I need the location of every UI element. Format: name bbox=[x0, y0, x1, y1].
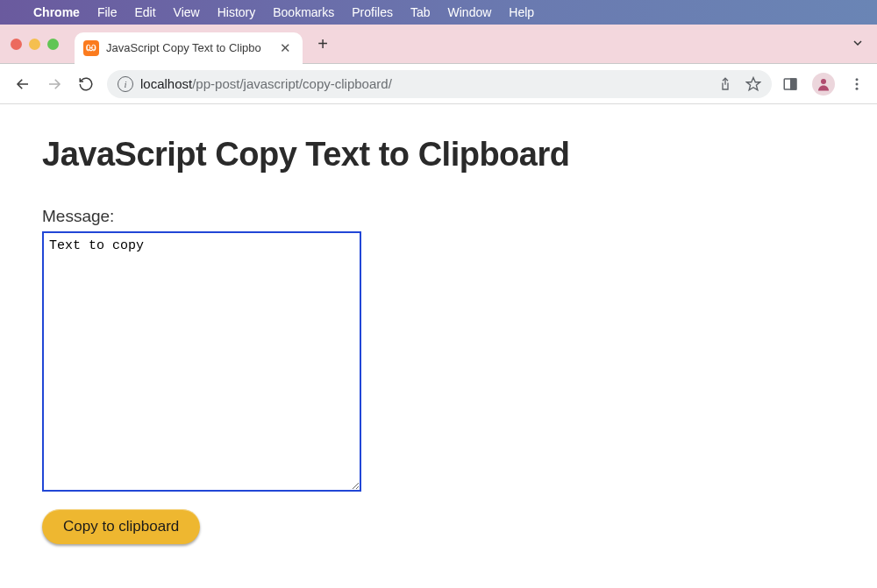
menubar-help[interactable]: Help bbox=[509, 5, 534, 19]
tabs-dropdown-icon[interactable] bbox=[851, 36, 865, 53]
reload-button[interactable] bbox=[75, 74, 96, 95]
page-heading: JavaScript Copy Text to Clipboard bbox=[42, 136, 835, 174]
tab-title: JavaScript Copy Text to Clipbo bbox=[106, 41, 270, 54]
menubar-tab[interactable]: Tab bbox=[410, 5, 431, 19]
menubar-view[interactable]: View bbox=[174, 5, 200, 19]
menubar-window[interactable]: Window bbox=[448, 5, 492, 19]
menubar-edit[interactable]: Edit bbox=[134, 5, 155, 19]
profile-avatar-icon[interactable] bbox=[812, 73, 835, 96]
browser-tab[interactable]: ඏ JavaScript Copy Text to Clipbo ✕ bbox=[75, 32, 303, 64]
menubar-file[interactable]: File bbox=[97, 5, 118, 19]
url-text: localhost/pp-post/javascript/copy-clipbo… bbox=[140, 76, 392, 91]
svg-marker-2 bbox=[747, 77, 760, 89]
window-minimize-button[interactable] bbox=[29, 39, 40, 50]
address-bar-actions bbox=[717, 76, 761, 92]
address-bar[interactable]: i localhost/pp-post/javascript/copy-clip… bbox=[107, 70, 772, 98]
copy-to-clipboard-button[interactable]: Copy to clipboard bbox=[42, 509, 200, 544]
macos-menubar: Chrome File Edit View History Bookmarks … bbox=[0, 0, 877, 25]
message-textarea[interactable] bbox=[42, 231, 361, 492]
menubar-profiles[interactable]: Profiles bbox=[352, 5, 393, 19]
message-label: Message: bbox=[42, 207, 835, 226]
tab-close-icon[interactable]: ✕ bbox=[277, 40, 294, 56]
new-tab-button[interactable]: + bbox=[310, 31, 336, 57]
window-controls bbox=[11, 39, 59, 50]
page-content: JavaScript Copy Text to Clipboard Messag… bbox=[0, 104, 877, 576]
svg-rect-4 bbox=[791, 79, 796, 89]
window-close-button[interactable] bbox=[11, 39, 22, 50]
svg-point-5 bbox=[821, 79, 826, 84]
menubar-bookmarks[interactable]: Bookmarks bbox=[273, 5, 334, 19]
browser-tabstrip: ඏ JavaScript Copy Text to Clipbo ✕ + bbox=[0, 25, 877, 64]
svg-point-7 bbox=[856, 82, 859, 85]
browser-toolbar: i localhost/pp-post/javascript/copy-clip… bbox=[0, 64, 877, 104]
toolbar-right bbox=[782, 73, 865, 96]
svg-point-8 bbox=[856, 87, 859, 89]
menubar-app-name[interactable]: Chrome bbox=[33, 5, 80, 19]
back-button[interactable] bbox=[12, 74, 33, 95]
window-maximize-button[interactable] bbox=[47, 39, 59, 50]
menubar-history[interactable]: History bbox=[217, 5, 256, 19]
svg-point-6 bbox=[856, 78, 859, 81]
share-icon[interactable] bbox=[717, 76, 733, 92]
tab-favicon-icon: ඏ bbox=[83, 40, 99, 56]
site-info-icon[interactable]: i bbox=[118, 76, 133, 92]
bookmark-icon[interactable] bbox=[745, 76, 761, 92]
side-panel-icon[interactable] bbox=[782, 76, 798, 92]
url-host: localhost bbox=[140, 76, 192, 91]
url-path: /pp-post/javascript/copy-clipboard/ bbox=[192, 76, 392, 91]
forward-button[interactable] bbox=[44, 74, 65, 95]
menu-icon[interactable] bbox=[849, 76, 865, 92]
